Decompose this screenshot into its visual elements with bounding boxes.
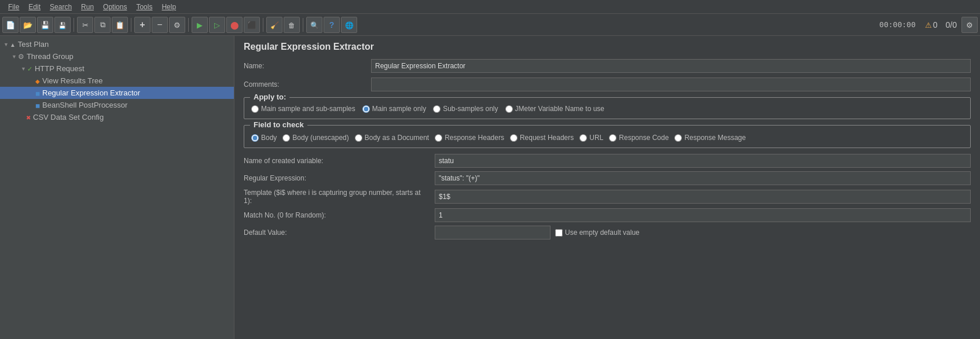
startno-button[interactable] bbox=[209, 17, 225, 33]
thread-group-label: Thread Group bbox=[27, 52, 74, 61]
clear-button[interactable] bbox=[266, 17, 282, 33]
stop-button[interactable] bbox=[226, 17, 243, 33]
sidebar-item-thread-group[interactable]: ▼ Thread Group bbox=[0, 50, 234, 62]
menu-options[interactable]: Options bbox=[98, 2, 131, 12]
add-button[interactable] bbox=[134, 17, 151, 33]
remote-button[interactable] bbox=[341, 17, 357, 33]
radio-request-headers[interactable]: Request Headers bbox=[510, 134, 574, 142]
separator-1 bbox=[74, 18, 74, 32]
use-empty-checkbox[interactable] bbox=[555, 229, 563, 237]
saveas-button[interactable] bbox=[54, 17, 71, 33]
radio-body[interactable]: Body bbox=[251, 134, 277, 142]
radio-sub-only-input[interactable] bbox=[433, 105, 441, 113]
created-variable-input[interactable] bbox=[435, 154, 971, 168]
radio-main-sub[interactable]: Main sample and sub-samples bbox=[251, 105, 355, 113]
menu-edit[interactable]: Edit bbox=[24, 2, 45, 12]
use-empty-checkbox-item[interactable]: Use empty default value bbox=[555, 229, 640, 237]
sidebar-item-regex-extractor[interactable]: ▷ Regular Expression Extractor bbox=[0, 87, 234, 99]
radio-main-only-input[interactable] bbox=[362, 105, 370, 113]
test-plan-label: Test Plan bbox=[18, 40, 49, 49]
csv-label: CSV Data Set Config bbox=[33, 113, 104, 121]
paste-button[interactable] bbox=[112, 17, 128, 33]
created-variable-label: Name of created variable: bbox=[244, 157, 435, 165]
panel-title: Regular Expression Extractor bbox=[244, 42, 971, 52]
radio-url-label: URL bbox=[589, 134, 603, 142]
radio-response-headers-label: Response Headers bbox=[445, 134, 504, 142]
menubar: File Edit Search Run Options Tools Help bbox=[0, 0, 980, 14]
apply-to-legend: Apply to: bbox=[250, 93, 289, 101]
results-tree-icon bbox=[35, 77, 40, 85]
sidebar-item-csv-config[interactable]: ▷ CSV Data Set Config bbox=[0, 111, 234, 123]
template-label: Template ($i$ where i is capturing group… bbox=[244, 189, 435, 205]
regex-input[interactable] bbox=[435, 171, 971, 185]
comments-row: Comments: bbox=[244, 78, 971, 91]
radio-main-sub-input[interactable] bbox=[251, 105, 259, 113]
test-plan-icon bbox=[10, 40, 16, 49]
radio-url[interactable]: URL bbox=[579, 134, 603, 142]
tree-arrow-thread-group: ▼ bbox=[12, 54, 17, 60]
radio-response-headers[interactable]: Response Headers bbox=[435, 134, 504, 142]
radio-body-doc-input[interactable] bbox=[355, 134, 362, 142]
menu-run[interactable]: Run bbox=[76, 2, 98, 12]
copy-button[interactable] bbox=[94, 17, 111, 33]
separator-5 bbox=[303, 18, 303, 32]
toggle-button[interactable] bbox=[169, 17, 185, 33]
name-input[interactable] bbox=[371, 59, 971, 73]
radio-response-message[interactable]: Response Message bbox=[674, 134, 746, 142]
tree-arrow-test-plan: ▼ bbox=[3, 42, 9, 47]
name-label: Name: bbox=[244, 62, 371, 70]
results-tree-label: View Results Tree bbox=[42, 76, 103, 85]
remove-button[interactable] bbox=[152, 17, 168, 33]
apply-to-options: Main sample and sub-samples Main sample … bbox=[251, 102, 963, 113]
menu-tools[interactable]: Tools bbox=[131, 2, 157, 12]
regex-icon bbox=[35, 89, 40, 97]
thread-group-icon bbox=[18, 53, 24, 61]
radio-jmeter-var[interactable]: JMeter Variable Name to use bbox=[505, 105, 605, 113]
menu-search[interactable]: Search bbox=[45, 2, 76, 12]
save-button[interactable] bbox=[37, 17, 53, 33]
field-to-check-options: Body Body (unescaped) Body as a Document… bbox=[251, 130, 963, 142]
help-button[interactable] bbox=[324, 17, 340, 33]
error-indicator: 0/0 bbox=[942, 17, 960, 33]
radio-main-only[interactable]: Main sample only bbox=[362, 105, 426, 113]
new-button[interactable] bbox=[2, 17, 19, 33]
search-button[interactable] bbox=[306, 17, 322, 33]
sidebar-item-view-results-tree[interactable]: ▷ View Results Tree bbox=[0, 75, 234, 87]
radio-sub-only[interactable]: Sub-samples only bbox=[433, 105, 498, 113]
radio-url-input[interactable] bbox=[579, 134, 587, 142]
cut-button[interactable] bbox=[77, 17, 93, 33]
radio-response-message-input[interactable] bbox=[674, 134, 682, 142]
menu-file[interactable]: File bbox=[3, 2, 24, 12]
match-no-input[interactable] bbox=[435, 208, 971, 222]
settings-button[interactable] bbox=[961, 17, 978, 33]
radio-response-headers-input[interactable] bbox=[435, 134, 442, 142]
radio-body-doc[interactable]: Body as a Document bbox=[355, 134, 429, 142]
created-variable-row: Name of created variable: bbox=[244, 154, 971, 168]
radio-response-code-input[interactable] bbox=[609, 134, 616, 142]
form-table: Name of created variable: Regular Expres… bbox=[244, 154, 971, 239]
radio-body-unescaped-input[interactable] bbox=[282, 134, 290, 142]
radio-request-headers-input[interactable] bbox=[510, 134, 517, 142]
start-button[interactable] bbox=[192, 17, 208, 33]
http-request-label: HTTP Request bbox=[35, 64, 85, 73]
stopnow-button[interactable] bbox=[244, 17, 260, 33]
radio-body-doc-label: Body as a Document bbox=[365, 134, 429, 142]
sidebar-item-http-request[interactable]: ▼ HTTP Request bbox=[0, 62, 234, 75]
open-button[interactable] bbox=[20, 17, 36, 33]
radio-body-unescaped[interactable]: Body (unescaped) bbox=[282, 134, 348, 142]
tree-arrow-http-request: ▼ bbox=[21, 66, 26, 72]
separator-3 bbox=[188, 18, 189, 32]
menu-help[interactable]: Help bbox=[157, 2, 181, 12]
template-input[interactable] bbox=[435, 190, 971, 204]
toolbar: 00:00:00 0 0/0 bbox=[0, 14, 980, 36]
clearall-button[interactable] bbox=[284, 17, 300, 33]
sidebar-item-beanshell[interactable]: ▷ BeanShell PostProcessor bbox=[0, 99, 234, 111]
radio-response-code[interactable]: Response Code bbox=[609, 134, 669, 142]
radio-body-input[interactable] bbox=[251, 134, 259, 142]
comments-input[interactable] bbox=[371, 78, 971, 91]
sidebar-item-test-plan[interactable]: ▼ Test Plan bbox=[0, 38, 234, 50]
default-value-row: Default Value: Use empty default value bbox=[244, 226, 971, 239]
default-value-input[interactable] bbox=[435, 226, 550, 239]
radio-jmeter-var-input[interactable] bbox=[505, 105, 513, 113]
regex-label: Regular Expression: bbox=[244, 174, 435, 182]
